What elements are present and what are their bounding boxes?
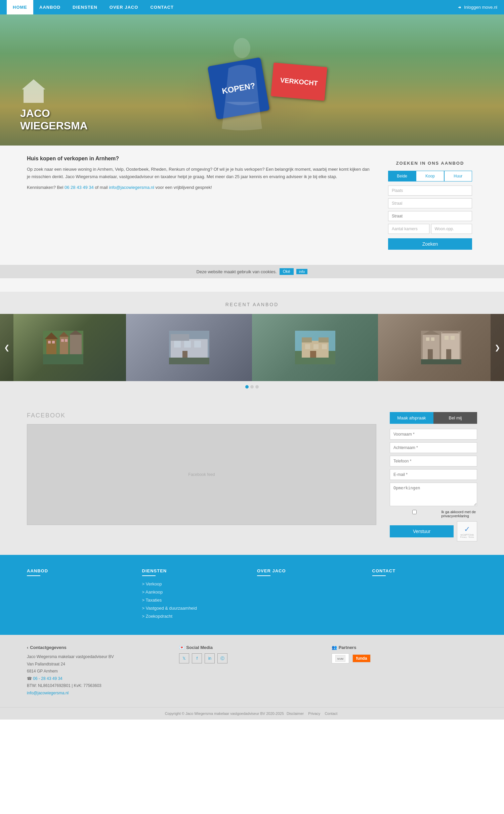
carousel-dot-3[interactable] (255, 385, 259, 389)
contact-form: Maak afspraak Bel mij Ik ga akkoord met … (390, 412, 477, 541)
straal-select[interactable]: Straal (388, 198, 472, 208)
diensten-taxaties[interactable]: Taxaties (142, 598, 162, 603)
intro-title: Huis kopen of verkopen in Arnhem? (27, 156, 370, 162)
privacy-link[interactable]: Privacy (308, 711, 320, 716)
twitter-icon[interactable]: 𝕏 (179, 653, 189, 663)
linkedin-icon[interactable]: in (205, 653, 215, 663)
aanbod-image-4 (378, 314, 504, 381)
svg-rect-40 (446, 349, 451, 361)
form-tab-bel[interactable]: Bel mij (433, 412, 477, 424)
footer-diensten-title: DIENSTEN (142, 568, 247, 576)
list-item: Vastgoed & duurzaamheid (142, 605, 247, 611)
recaptcha-box: ✓ reCAPTCHA Privacy · Terms (457, 521, 477, 541)
login-link[interactable]: Inloggen move.nl (458, 5, 497, 10)
disclaimer-link[interactable]: Disclaimer (287, 711, 304, 716)
nav-aanbod[interactable]: AANBOD (33, 0, 67, 14)
fb-form-section: FACEBOOK Facebook feed Maak afspraak Bel… (0, 399, 504, 555)
svg-rect-36 (431, 337, 434, 341)
house-thumb-3 (252, 314, 378, 381)
diensten-verkoop[interactable]: Verkoop (142, 581, 162, 586)
footer-partners-title: 👥 Partners (332, 645, 477, 650)
intro-paragraph2: Kennismaken? Bel 06 28 43 49 34 of mail … (27, 184, 370, 191)
plaats-select[interactable]: Plaats (388, 186, 472, 196)
instagram-icon[interactable]: Ⓒ (217, 653, 227, 663)
cookie-info-button[interactable]: info (296, 269, 308, 274)
carousel-next-button[interactable]: ❯ (491, 314, 504, 381)
lastname-input[interactable] (390, 442, 477, 453)
spacer (0, 278, 504, 292)
email-input[interactable] (390, 469, 477, 480)
footer-col-aanbod: AANBOD (27, 568, 132, 621)
footer-social-title: 💌 Social Media (179, 645, 325, 650)
nav-over-jaco[interactable]: OVER JACO (103, 0, 144, 14)
straat-input[interactable] (388, 211, 472, 221)
intro-phone[interactable]: 06 28 43 49 34 (65, 185, 94, 190)
carousel-dot-1[interactable] (245, 385, 249, 389)
firstname-input[interactable] (390, 429, 477, 440)
hero-person (222, 35, 262, 135)
tab-beide[interactable]: Beide (388, 171, 416, 181)
zoeken-button[interactable]: Zoeken (388, 238, 472, 250)
footer-partners: 👥 Partners NVM funda (332, 645, 477, 697)
svg-rect-8 (61, 339, 64, 342)
footer-contact-info: ‹ Contactgegevens Jaco Wiegersma makelaa… (27, 645, 172, 697)
copyright-bar: Copyright © Jaco Wiegersma makelaar vast… (0, 707, 504, 720)
intro-email[interactable]: info@jacowiegersma.nl (109, 185, 154, 190)
diensten-aankoop[interactable]: Aankoop (142, 589, 163, 595)
partners-icon: 👥 (332, 645, 337, 650)
nav-contact[interactable]: CONTACT (144, 0, 180, 14)
hero-logo-area: JACO WIEGERSMA (20, 78, 88, 132)
list-item: Verkoop (142, 581, 247, 586)
intro-paragraph1: Op zoek naar een nieuwe woning in Arnhem… (27, 166, 370, 180)
social-icons: 𝕏 f in Ⓒ (179, 653, 325, 663)
footer-top: AANBOD DIENSTEN Verkoop Aankoop Taxaties… (0, 555, 504, 635)
carousel-dots (0, 385, 504, 389)
footer-email[interactable]: info@jacowiegersma.nl (27, 691, 69, 695)
contact-link[interactable]: Contact (325, 711, 337, 716)
carousel-prev-button[interactable]: ❮ (0, 314, 13, 381)
phone-icon: ☎ (27, 676, 32, 681)
aanbod-image-1 (0, 314, 126, 381)
privacy-checkbox[interactable] (390, 510, 439, 514)
svg-rect-20 (169, 358, 209, 364)
remarks-input[interactable] (390, 483, 477, 506)
footer-phone[interactable]: 06 - 28 43 49 34 (33, 676, 62, 681)
facebook-icon[interactable]: f (192, 653, 202, 663)
cookie-ok-button[interactable]: Oké (280, 268, 294, 275)
svg-rect-2 (46, 337, 56, 354)
carousel-dot-2[interactable] (250, 385, 254, 389)
nav-home[interactable]: HOME (7, 0, 33, 14)
footer-col-over-jaco: OVER JACO (257, 568, 362, 621)
house-thumb-1 (0, 314, 126, 381)
tab-huur[interactable]: Huur (444, 171, 472, 181)
search-title: ZOEKEN IN ONS AANBOD (388, 161, 472, 166)
search-box: ZOEKEN IN ONS AANBOD Beide Koop Huur Pla… (383, 156, 477, 255)
footer-info: ‹ Contactgegevens Jaco Wiegersma makelaa… (0, 635, 504, 707)
nav-diensten[interactable]: DIENSTEN (67, 0, 103, 14)
tab-koop[interactable]: Koop (416, 171, 444, 181)
svg-rect-15 (171, 334, 189, 341)
list-item: Taxaties (142, 597, 247, 603)
svg-rect-39 (428, 349, 433, 361)
kamers-select[interactable]: Aantal kamers (388, 224, 429, 234)
social-icon-header: 💌 (179, 645, 184, 650)
login-icon (458, 5, 462, 10)
list-item: Zoekopdracht (142, 613, 247, 619)
facebook-col: FACEBOOK Facebook feed (27, 412, 376, 541)
svg-rect-27 (313, 344, 319, 349)
list-item: Aankoop (142, 589, 247, 595)
verstuur-button[interactable]: Verstuur (390, 525, 454, 537)
phone-input[interactable] (390, 456, 477, 466)
diensten-zoekopdracht[interactable]: Zoekopdracht (142, 614, 173, 619)
form-tabs: Maak afspraak Bel mij (390, 412, 477, 424)
logo-line2: WIEGERSMA (20, 120, 88, 132)
svg-rect-25 (319, 337, 329, 342)
form-tab-afspraak[interactable]: Maak afspraak (390, 412, 433, 424)
svg-rect-35 (426, 337, 429, 341)
house-thumb-4 (378, 314, 504, 381)
chevron-left-icon: ‹ (27, 645, 28, 650)
diensten-vastgoed[interactable]: Vastgoed & duurzaamheid (142, 606, 197, 611)
partner-logos: NVM funda (332, 653, 477, 663)
woonopp-select[interactable]: Woon.opp. (431, 224, 472, 234)
svg-rect-18 (194, 341, 201, 348)
